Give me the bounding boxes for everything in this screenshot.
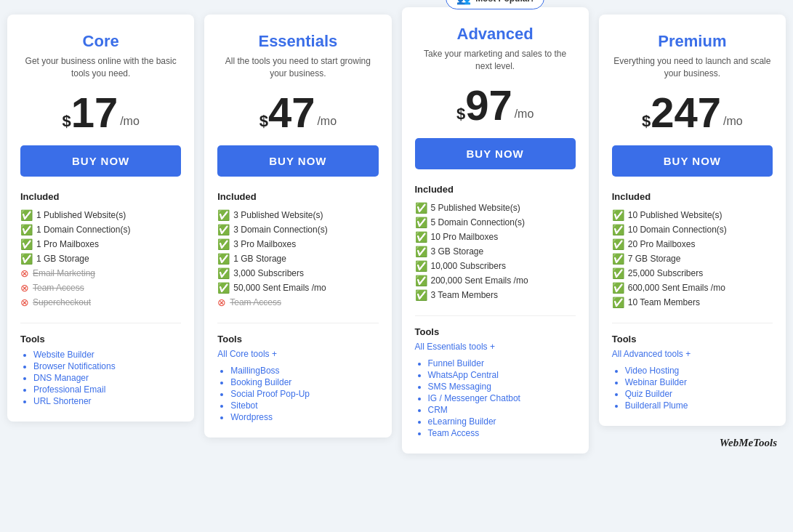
tools-section: Tools Website BuilderBrowser Notificatio… bbox=[20, 323, 181, 407]
check-icon: ✅ bbox=[415, 202, 427, 214]
tools-list: Funnel BuilderWhatsApp CentralSMS Messag… bbox=[415, 358, 576, 439]
feature-item: ✅ 20 Pro Mailboxes bbox=[612, 237, 773, 251]
check-icon: ✅ bbox=[415, 231, 427, 243]
buy-button-essentials[interactable]: BUY NOW bbox=[217, 145, 378, 177]
feature-item: ✅ 10 Team Members bbox=[612, 295, 773, 310]
check-icon: ✅ bbox=[217, 253, 230, 265]
tool-item: Funnel Builder bbox=[428, 358, 576, 369]
tools-list: MaillingBossBooking BuilderSocial Proof … bbox=[217, 365, 378, 423]
price-per: /mo bbox=[723, 115, 743, 128]
feature-text: 10 Domain Connection(s) bbox=[628, 225, 727, 235]
feature-item: ✅ 1 GB Storage bbox=[20, 251, 181, 266]
feature-item: ✅ 5 Published Website(s) bbox=[415, 201, 576, 215]
check-icon: ✅ bbox=[20, 238, 33, 250]
tools-section: Tools All Core tools + MaillingBossBooki… bbox=[217, 323, 378, 423]
feature-text: 200,000 Sent Emails /mo bbox=[431, 275, 528, 286]
feature-item: ✅ 3 Team Members bbox=[415, 288, 576, 302]
feature-list: ✅ 5 Published Website(s) ✅ 5 Domain Conn… bbox=[415, 201, 576, 302]
check-icon: ✅ bbox=[217, 238, 230, 250]
feature-item-disabled: ⊗ Supercheckout bbox=[20, 295, 181, 310]
check-icon: ✅ bbox=[217, 209, 230, 221]
tool-item: Team Access bbox=[428, 427, 576, 439]
popular-icon: 👥 bbox=[456, 0, 471, 5]
check-icon: ✅ bbox=[612, 297, 624, 308]
price-row: $ 47 /mo bbox=[217, 92, 378, 134]
tool-item: Webinar Builder bbox=[625, 376, 773, 388]
feature-text: 1 Pro Mailboxes bbox=[36, 239, 99, 249]
plan-name: Premium bbox=[612, 32, 773, 51]
price-dollar: $ bbox=[62, 113, 71, 129]
check-icon: ✅ bbox=[612, 209, 624, 221]
price-amount: 17 bbox=[71, 92, 118, 134]
plan-name: Core bbox=[20, 32, 181, 51]
price-dollar: $ bbox=[642, 113, 651, 129]
plan-name: Advanced bbox=[415, 25, 576, 44]
check-icon: ✅ bbox=[415, 260, 427, 272]
feature-text: 3 GB Storage bbox=[431, 246, 484, 257]
feature-item: ✅ 200,000 Sent Emails /mo bbox=[415, 273, 576, 288]
check-icon: ✅ bbox=[612, 282, 624, 294]
plan-desc: Everything you need to launch and scale … bbox=[612, 55, 773, 80]
tools-title: Tools bbox=[612, 334, 773, 344]
feature-text-disabled: Team Access bbox=[230, 297, 281, 307]
included-title: Included bbox=[415, 184, 576, 195]
feature-item: ✅ 3 Pro Mailboxes bbox=[217, 237, 378, 251]
feature-text: 600,000 Sent Emails /mo bbox=[628, 283, 725, 293]
tool-item: Website Builder bbox=[33, 349, 181, 360]
feature-item: ✅ 3 Published Website(s) bbox=[217, 208, 378, 222]
tools-title: Tools bbox=[217, 334, 378, 344]
tool-item: SMS Messaging bbox=[428, 381, 576, 392]
most-popular-badge: 👥 Most Popular! bbox=[446, 0, 544, 9]
feature-item: ✅ 3 Domain Connection(s) bbox=[217, 222, 378, 237]
check-icon: ✅ bbox=[20, 224, 33, 235]
price-amount: 47 bbox=[268, 92, 315, 134]
check-icon: ✅ bbox=[415, 289, 427, 301]
feature-text: 1 Published Website(s) bbox=[36, 210, 126, 220]
feature-text: 10 Pro Mailboxes bbox=[431, 232, 499, 242]
feature-text: 3 Domain Connection(s) bbox=[233, 225, 327, 235]
check-icon: ✅ bbox=[415, 217, 427, 228]
tools-section: Tools All Advanced tools + Video Hosting… bbox=[612, 323, 773, 411]
feature-item-disabled: ⊗ Email Marketing bbox=[20, 266, 181, 281]
price-row: $ 247 /mo bbox=[612, 92, 773, 134]
cross-icon: ⊗ bbox=[20, 297, 29, 308]
buy-button-premium[interactable]: BUY NOW bbox=[612, 145, 773, 177]
buy-button-advanced[interactable]: BUY NOW bbox=[415, 138, 576, 169]
buy-button-core[interactable]: BUY NOW bbox=[20, 145, 181, 177]
cross-icon: ⊗ bbox=[217, 297, 226, 308]
check-icon: ✅ bbox=[217, 282, 230, 294]
tools-title: Tools bbox=[20, 334, 181, 344]
feature-item: ✅ 1 Published Website(s) bbox=[20, 208, 181, 222]
check-icon: ✅ bbox=[612, 253, 624, 265]
included-title: Included bbox=[612, 191, 773, 202]
price-dollar: $ bbox=[259, 113, 268, 129]
plan-desc: Get your business online with the basic … bbox=[20, 55, 181, 80]
feature-text: 5 Published Website(s) bbox=[431, 203, 520, 213]
tool-item: Booking Builder bbox=[230, 376, 378, 388]
feature-text: 3 Pro Mailboxes bbox=[233, 239, 296, 249]
feature-item: ✅ 1 Domain Connection(s) bbox=[20, 222, 181, 237]
plan-card-core: Core Get your business online with the b… bbox=[7, 15, 194, 422]
tool-item: WhatsApp Central bbox=[428, 369, 576, 381]
tools-list: Video HostingWebinar BuilderQuiz Builder… bbox=[612, 365, 773, 411]
feature-text: 5 Domain Connection(s) bbox=[431, 217, 525, 227]
tool-item: DNS Manager bbox=[33, 372, 181, 384]
feature-text: 25,000 Subscribers bbox=[628, 268, 703, 278]
check-icon: ✅ bbox=[20, 209, 33, 221]
price-dollar: $ bbox=[456, 106, 465, 122]
price-per: /mo bbox=[515, 108, 534, 121]
feature-text: 1 GB Storage bbox=[36, 254, 89, 264]
feature-text: 10,000 Subscribers bbox=[431, 261, 506, 271]
feature-item-disabled: ⊗ Team Access bbox=[20, 281, 181, 295]
feature-item: ✅ 5 Domain Connection(s) bbox=[415, 215, 576, 230]
tool-item: eLearning Builder bbox=[428, 416, 576, 427]
price-per: /mo bbox=[120, 115, 140, 128]
tool-item: MaillingBoss bbox=[230, 365, 378, 376]
feature-text-disabled: Email Marketing bbox=[33, 268, 95, 278]
tool-item: CRM bbox=[428, 404, 576, 416]
feature-text: 3 Team Members bbox=[431, 290, 498, 300]
tool-item: Professional Email bbox=[33, 384, 181, 395]
tools-subtitle: All Advanced tools + bbox=[612, 349, 773, 359]
most-popular-label: Most Popular! bbox=[475, 0, 534, 4]
feature-text: 50,000 Sent Emails /mo bbox=[233, 283, 326, 293]
